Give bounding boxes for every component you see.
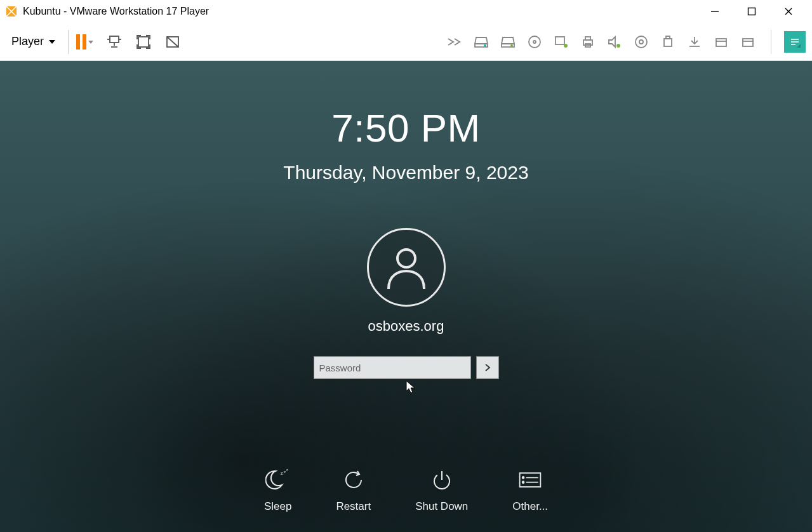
power-icon	[429, 467, 455, 493]
toolbar-separator	[68, 30, 69, 54]
login-area: osboxes.org	[0, 228, 812, 379]
fullscreen-button[interactable]	[133, 32, 154, 52]
send-ctrl-alt-del-button[interactable]	[104, 32, 124, 52]
user-avatar[interactable]	[367, 228, 446, 307]
svg-rect-7	[110, 36, 119, 43]
notes-button[interactable]	[784, 31, 806, 53]
svg-rect-22	[585, 37, 590, 40]
close-button[interactable]	[779, 2, 798, 21]
disc-2-icon[interactable]	[631, 32, 651, 52]
username-label: osboxes.org	[368, 318, 444, 335]
svg-point-26	[636, 36, 647, 48]
sleep-button[interactable]: z z z Sleep	[264, 467, 291, 513]
sleep-icon: z z z	[265, 467, 291, 493]
printer-icon[interactable]	[578, 32, 598, 52]
svg-rect-28	[664, 39, 672, 46]
svg-point-50	[522, 481, 524, 483]
shutdown-button[interactable]: Shut Down	[415, 467, 468, 513]
svg-rect-2	[749, 8, 755, 15]
unity-mode-button[interactable]	[163, 32, 183, 52]
svg-marker-6	[88, 41, 93, 44]
box-2-icon[interactable]	[738, 32, 758, 52]
restart-label: Restart	[336, 500, 371, 513]
svg-text:z: z	[286, 468, 288, 472]
pause-icon	[76, 34, 86, 50]
svg-point-18	[533, 41, 536, 43]
svg-rect-47	[520, 473, 541, 487]
restart-icon	[341, 467, 366, 493]
svg-rect-34	[743, 39, 753, 46]
toolbar-right-group	[444, 30, 806, 54]
minimize-button[interactable]	[705, 2, 724, 21]
clock: 7:50 PM Thursday, November 9, 2023	[0, 105, 812, 183]
password-input[interactable]	[314, 356, 471, 379]
toolbar-left-group	[75, 32, 183, 52]
svg-point-16	[510, 44, 513, 47]
maximize-button[interactable]	[742, 2, 761, 21]
titlebar: Kubuntu - VMware Workstation 17 Player	[0, 0, 812, 23]
sleep-label: Sleep	[264, 500, 291, 513]
person-icon	[381, 242, 432, 293]
window-title: Kubuntu - VMware Workstation 17 Player	[23, 6, 705, 17]
power-actions: z z z Sleep Restart	[0, 467, 812, 513]
svg-point-17	[529, 36, 540, 48]
note-icon	[788, 35, 802, 49]
other-label: Other...	[512, 500, 548, 513]
svg-marker-24	[609, 37, 615, 47]
chevron-down-icon	[48, 35, 57, 48]
pause-vm-button[interactable]	[75, 32, 95, 52]
svg-point-25	[616, 44, 620, 48]
cd-dvd-icon[interactable]	[524, 32, 545, 52]
svg-rect-19	[556, 37, 564, 44]
svg-marker-5	[49, 40, 55, 44]
svg-point-48	[522, 477, 524, 479]
shutdown-label: Shut Down	[415, 500, 468, 513]
hard-disk-2-icon[interactable]	[498, 32, 518, 52]
window-controls	[705, 2, 807, 21]
svg-rect-29	[666, 36, 670, 39]
sound-icon[interactable]	[604, 32, 625, 52]
chevron-right-icon	[483, 363, 492, 372]
double-arrow-icon[interactable]	[444, 32, 465, 52]
toolbar-separator	[771, 30, 771, 54]
chevron-down-icon	[88, 36, 94, 48]
list-icon	[517, 467, 543, 493]
clock-time: 7:50 PM	[0, 105, 812, 150]
player-menu-label: Player	[11, 35, 44, 48]
vmware-app-icon	[5, 5, 18, 18]
svg-marker-52	[406, 381, 415, 393]
hard-disk-1-icon[interactable]	[471, 32, 491, 52]
guest-lockscreen: 7:50 PM Thursday, November 9, 2023 osbox…	[0, 61, 812, 532]
svg-text:z: z	[281, 471, 283, 475]
usb-icon[interactable]	[658, 32, 678, 52]
box-1-icon[interactable]	[711, 32, 731, 52]
svg-point-14	[484, 44, 486, 47]
cursor-icon	[406, 380, 416, 394]
svg-rect-32	[716, 39, 726, 46]
player-menu[interactable]: Player	[6, 32, 62, 51]
password-row	[314, 356, 499, 379]
svg-text:z: z	[284, 470, 286, 474]
svg-rect-10	[138, 37, 149, 47]
clock-date: Thursday, November 9, 2023	[0, 162, 812, 183]
other-sessions-button[interactable]: Other...	[512, 467, 548, 513]
svg-point-27	[639, 40, 643, 44]
svg-line-12	[167, 37, 178, 47]
svg-point-20	[564, 44, 568, 48]
login-submit-button[interactable]	[476, 356, 499, 379]
restart-button[interactable]: Restart	[336, 467, 371, 513]
network-adapter-icon[interactable]	[551, 32, 571, 52]
svg-point-41	[397, 249, 415, 267]
toolbar: Player	[0, 23, 812, 61]
install-tools-icon[interactable]	[684, 32, 705, 52]
